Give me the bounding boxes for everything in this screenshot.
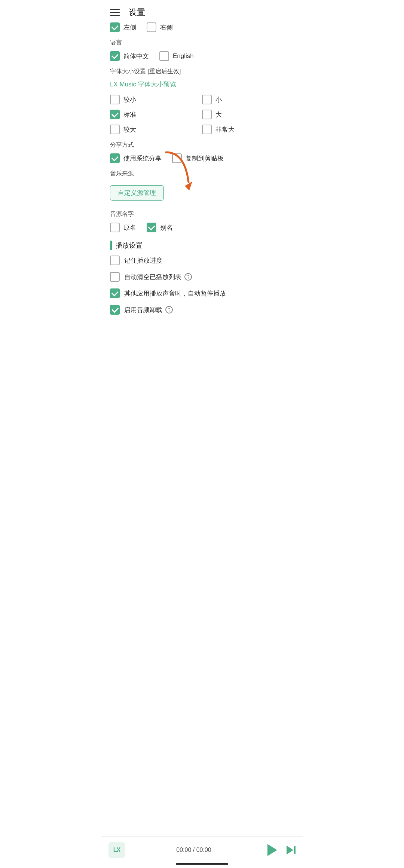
playback-item-1[interactable]: 自动清空已播放列表 ? — [110, 272, 294, 282]
source-name-alias-checkbox[interactable] — [147, 223, 156, 232]
playback-checkbox-0[interactable] — [110, 256, 120, 265]
share-clipboard-checkbox[interactable] — [172, 153, 182, 163]
share-system-checkbox[interactable] — [110, 153, 120, 163]
position-right-label: 右侧 — [160, 23, 173, 32]
language-english-checkbox[interactable] — [159, 51, 169, 61]
source-name-original-label: 原名 — [123, 223, 136, 232]
share-system-label: 使用系统分享 — [123, 154, 162, 163]
playback-item-0[interactable]: 记住播放进度 — [110, 256, 294, 265]
position-right-item[interactable]: 右侧 — [147, 22, 173, 32]
font-size-small-label: 较小 — [123, 95, 136, 104]
font-size-xlarge-label: 较大 — [123, 125, 136, 134]
font-size-large-checkbox[interactable] — [202, 110, 212, 119]
playback-label-0: 记住播放进度 — [124, 256, 162, 265]
playback-checkbox-3[interactable] — [110, 305, 120, 315]
position-left-item[interactable]: 左侧 — [110, 22, 136, 32]
font-size-small-item[interactable]: 较小 — [110, 95, 202, 104]
font-size-xlarge-item[interactable]: 较大 — [110, 125, 202, 134]
playback-label-3: 启用音频卸载 ? — [124, 306, 173, 314]
font-size-xlarge-checkbox[interactable] — [110, 125, 120, 134]
language-chinese-item[interactable]: 简体中文 — [110, 51, 149, 61]
settings-content: 左侧 右侧 语言 简体中文 English 字体大小设置 [重启后生效] LX … — [101, 22, 303, 359]
page-title: 设置 — [129, 7, 145, 18]
source-name-original-checkbox[interactable] — [110, 223, 120, 232]
playback-checkbox-2[interactable] — [110, 288, 120, 298]
music-source-area: 自定义源管理 — [110, 182, 294, 204]
language-section-label: 语言 — [110, 39, 294, 47]
custom-source-button[interactable]: 自定义源管理 — [110, 185, 164, 201]
font-section-label: 字体大小设置 [重启后生效] — [110, 68, 294, 76]
font-size-large-item[interactable]: 大 — [202, 110, 294, 119]
share-section-label: 分享方式 — [110, 141, 294, 149]
font-size-normal-label: 标准 — [123, 110, 136, 119]
language-english-label: English — [173, 52, 194, 60]
share-clipboard-label: 复制到剪贴板 — [186, 154, 224, 163]
font-size-grid: 较小 小 标准 大 较大 非常大 — [110, 95, 294, 134]
share-system-item[interactable]: 使用系统分享 — [110, 153, 162, 163]
share-clipboard-item[interactable]: 复制到剪贴板 — [172, 153, 224, 163]
font-size-xxlarge-checkbox[interactable] — [202, 125, 212, 134]
font-size-normal-item[interactable]: 标准 — [110, 110, 202, 119]
source-name-row: 原名 别名 — [110, 223, 294, 232]
font-size-xsmall-label: 小 — [215, 95, 222, 104]
position-right-checkbox[interactable] — [147, 22, 156, 32]
hamburger-menu-button[interactable] — [108, 7, 121, 18]
playback-label-1: 自动清空已播放列表 ? — [124, 273, 192, 281]
source-name-alias-item[interactable]: 别名 — [147, 223, 173, 232]
source-name-section-label: 音源名字 — [110, 210, 294, 218]
font-size-xxlarge-label: 非常大 — [215, 125, 235, 134]
playback-checkbox-1[interactable] — [110, 272, 120, 282]
svg-marker-0 — [185, 181, 192, 190]
playback-section-header: 播放设置 — [110, 241, 294, 250]
source-name-alias-label: 别名 — [160, 223, 173, 232]
playback-item-3[interactable]: 启用音频卸载 ? — [110, 305, 294, 315]
position-left-label: 左侧 — [123, 23, 136, 32]
position-left-checkbox[interactable] — [110, 22, 120, 32]
language-english-item[interactable]: English — [159, 51, 194, 61]
language-row: 简体中文 English — [110, 51, 294, 61]
language-chinese-label: 简体中文 — [123, 52, 149, 61]
source-name-original-item[interactable]: 原名 — [110, 223, 136, 232]
music-source-section-label: 音乐来源 — [110, 170, 294, 178]
share-row: 使用系统分享 复制到剪贴板 — [110, 153, 294, 163]
font-size-normal-checkbox[interactable] — [110, 110, 120, 119]
playback-section-label: 播放设置 — [116, 241, 143, 250]
font-preview-text: LX Music 字体大小预览 — [110, 80, 294, 89]
font-size-xsmall-checkbox[interactable] — [202, 95, 212, 104]
font-size-large-label: 大 — [215, 110, 222, 119]
playback-label-2: 其他应用播放声音时，自动暂停播放 — [124, 289, 226, 298]
playback-item-2[interactable]: 其他应用播放声音时，自动暂停播放 — [110, 288, 294, 298]
info-icon-3: ? — [165, 306, 173, 314]
accent-bar — [110, 241, 112, 250]
app-header: 设置 — [101, 0, 303, 22]
info-icon-1: ? — [184, 273, 192, 281]
position-row: 左侧 右侧 — [110, 22, 294, 32]
language-chinese-checkbox[interactable] — [110, 51, 120, 61]
font-size-xxlarge-item[interactable]: 非常大 — [202, 125, 294, 134]
font-size-xsmall-item[interactable]: 小 — [202, 95, 294, 104]
font-size-small-checkbox[interactable] — [110, 95, 120, 104]
